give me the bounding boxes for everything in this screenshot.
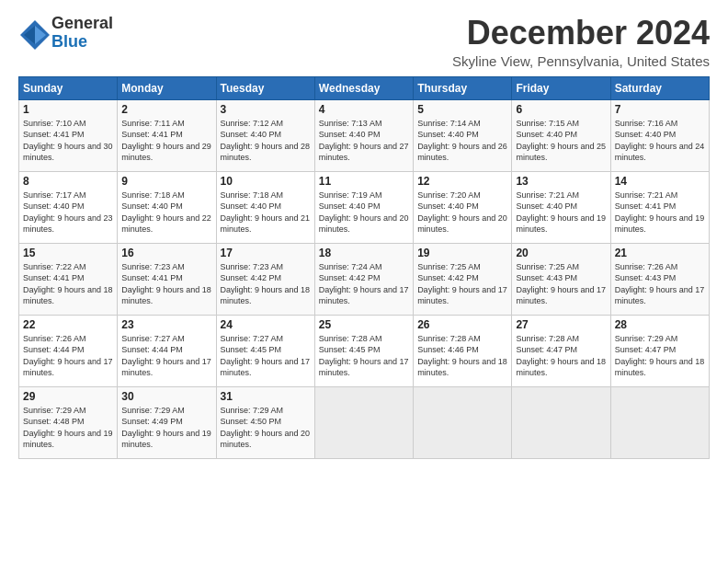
day-number: 16 [121, 247, 211, 259]
day-number: 10 [221, 175, 311, 188]
table-row [512, 386, 610, 458]
table-row: 27Sunrise: 7:28 AMSunset: 4:47 PMDayligh… [512, 315, 610, 386]
table-row: 12Sunrise: 7:20 AMSunset: 4:40 PMDayligh… [414, 171, 512, 243]
day-number: 12 [417, 175, 507, 188]
col-saturday: Saturday [610, 76, 709, 99]
table-row: 17Sunrise: 7:23 AMSunset: 4:42 PMDayligh… [216, 243, 314, 315]
logo-general-label: General [51, 15, 113, 33]
logo: General Blue [18, 15, 113, 52]
day-info: Sunrise: 7:28 AMSunset: 4:45 PMDaylight:… [319, 333, 409, 379]
day-info: Sunrise: 7:26 AMSunset: 4:43 PMDaylight:… [615, 261, 705, 307]
calendar-table: Sunday Monday Tuesday Wednesday Thursday… [18, 76, 710, 459]
header: General Blue December 2024 Skyline View,… [18, 15, 710, 69]
col-friday: Friday [512, 76, 610, 99]
day-info: Sunrise: 7:13 AMSunset: 4:40 PMDaylight:… [319, 118, 409, 164]
day-number: 7 [615, 103, 705, 116]
day-info: Sunrise: 7:18 AMSunset: 4:40 PMDaylight:… [121, 190, 211, 236]
col-tuesday: Tuesday [216, 76, 314, 99]
day-number: 22 [23, 318, 113, 331]
table-row: 2Sunrise: 7:11 AMSunset: 4:41 PMDaylight… [118, 99, 216, 171]
calendar-week-row: 15Sunrise: 7:22 AMSunset: 4:41 PMDayligh… [19, 243, 710, 315]
table-row: 6Sunrise: 7:15 AMSunset: 4:40 PMDaylight… [512, 99, 610, 171]
day-number: 14 [615, 175, 705, 188]
day-number: 28 [615, 318, 705, 331]
day-number: 24 [221, 318, 311, 331]
day-number: 5 [417, 103, 507, 116]
day-number: 1 [23, 103, 113, 116]
day-info: Sunrise: 7:14 AMSunset: 4:40 PMDaylight:… [417, 118, 507, 164]
day-info: Sunrise: 7:16 AMSunset: 4:40 PMDaylight:… [615, 118, 705, 164]
col-wednesday: Wednesday [314, 76, 413, 99]
day-info: Sunrise: 7:12 AMSunset: 4:40 PMDaylight:… [221, 118, 311, 164]
day-number: 19 [417, 247, 507, 259]
logo-blue-label: Blue [51, 33, 113, 52]
table-row: 21Sunrise: 7:26 AMSunset: 4:43 PMDayligh… [610, 243, 709, 315]
table-row [414, 386, 512, 458]
table-row: 11Sunrise: 7:19 AMSunset: 4:40 PMDayligh… [314, 171, 413, 243]
table-row: 5Sunrise: 7:14 AMSunset: 4:40 PMDaylight… [414, 99, 512, 171]
day-number: 18 [319, 247, 409, 259]
day-info: Sunrise: 7:11 AMSunset: 4:41 PMDaylight:… [121, 118, 211, 164]
table-row: 19Sunrise: 7:25 AMSunset: 4:42 PMDayligh… [414, 243, 512, 315]
location-title: Skyline View, Pennsylvania, United State… [452, 53, 710, 69]
day-number: 27 [516, 318, 606, 331]
day-info: Sunrise: 7:24 AMSunset: 4:42 PMDaylight:… [319, 261, 409, 307]
day-info: Sunrise: 7:26 AMSunset: 4:44 PMDaylight:… [23, 333, 113, 379]
col-sunday: Sunday [19, 76, 118, 99]
day-number: 25 [319, 318, 409, 331]
day-info: Sunrise: 7:25 AMSunset: 4:43 PMDaylight:… [516, 261, 606, 307]
day-number: 4 [319, 103, 409, 116]
day-info: Sunrise: 7:23 AMSunset: 4:42 PMDaylight:… [221, 261, 311, 307]
page: General Blue December 2024 Skyline View,… [0, 0, 728, 563]
day-number: 26 [417, 318, 507, 331]
day-number: 15 [23, 247, 113, 259]
calendar-week-row: 29Sunrise: 7:29 AMSunset: 4:48 PMDayligh… [19, 386, 710, 458]
day-number: 29 [23, 390, 113, 403]
day-info: Sunrise: 7:20 AMSunset: 4:40 PMDaylight:… [417, 190, 507, 236]
day-number: 21 [615, 247, 705, 259]
day-info: Sunrise: 7:29 AMSunset: 4:50 PMDaylight:… [221, 405, 311, 451]
col-monday: Monday [118, 76, 216, 99]
day-number: 17 [221, 247, 311, 259]
day-info: Sunrise: 7:10 AMSunset: 4:41 PMDaylight:… [23, 118, 113, 164]
day-info: Sunrise: 7:21 AMSunset: 4:41 PMDaylight:… [615, 190, 705, 236]
table-row: 30Sunrise: 7:29 AMSunset: 4:49 PMDayligh… [118, 386, 216, 458]
day-number: 6 [516, 103, 606, 116]
table-row: 18Sunrise: 7:24 AMSunset: 4:42 PMDayligh… [314, 243, 413, 315]
day-info: Sunrise: 7:22 AMSunset: 4:41 PMDaylight:… [23, 261, 113, 307]
logo-text: General Blue [51, 15, 113, 52]
table-row: 20Sunrise: 7:25 AMSunset: 4:43 PMDayligh… [512, 243, 610, 315]
table-row: 16Sunrise: 7:23 AMSunset: 4:41 PMDayligh… [118, 243, 216, 315]
table-row: 3Sunrise: 7:12 AMSunset: 4:40 PMDaylight… [216, 99, 314, 171]
day-number: 13 [516, 175, 606, 188]
table-row: 23Sunrise: 7:27 AMSunset: 4:44 PMDayligh… [118, 315, 216, 386]
table-row: 4Sunrise: 7:13 AMSunset: 4:40 PMDaylight… [314, 99, 413, 171]
col-thursday: Thursday [414, 76, 512, 99]
table-row: 25Sunrise: 7:28 AMSunset: 4:45 PMDayligh… [314, 315, 413, 386]
day-info: Sunrise: 7:27 AMSunset: 4:44 PMDaylight:… [121, 333, 211, 379]
table-row: 26Sunrise: 7:28 AMSunset: 4:46 PMDayligh… [414, 315, 512, 386]
day-number: 2 [121, 103, 211, 116]
calendar-header-row: Sunday Monday Tuesday Wednesday Thursday… [19, 76, 710, 99]
day-number: 11 [319, 175, 409, 188]
table-row: 8Sunrise: 7:17 AMSunset: 4:40 PMDaylight… [19, 171, 118, 243]
table-row: 14Sunrise: 7:21 AMSunset: 4:41 PMDayligh… [610, 171, 709, 243]
table-row [314, 386, 413, 458]
day-info: Sunrise: 7:29 AMSunset: 4:48 PMDaylight:… [23, 405, 113, 451]
calendar-week-row: 8Sunrise: 7:17 AMSunset: 4:40 PMDaylight… [19, 171, 710, 243]
table-row: 1Sunrise: 7:10 AMSunset: 4:41 PMDaylight… [19, 99, 118, 171]
table-row: 28Sunrise: 7:29 AMSunset: 4:47 PMDayligh… [610, 315, 709, 386]
logo-icon [18, 18, 48, 48]
table-row: 31Sunrise: 7:29 AMSunset: 4:50 PMDayligh… [216, 386, 314, 458]
day-number: 9 [121, 175, 211, 188]
day-number: 31 [221, 390, 311, 403]
day-info: Sunrise: 7:21 AMSunset: 4:40 PMDaylight:… [516, 190, 606, 236]
table-row: 15Sunrise: 7:22 AMSunset: 4:41 PMDayligh… [19, 243, 118, 315]
day-info: Sunrise: 7:25 AMSunset: 4:42 PMDaylight:… [417, 261, 507, 307]
day-info: Sunrise: 7:29 AMSunset: 4:49 PMDaylight:… [121, 405, 211, 451]
day-info: Sunrise: 7:28 AMSunset: 4:47 PMDaylight:… [516, 333, 606, 379]
table-row [610, 386, 709, 458]
day-info: Sunrise: 7:23 AMSunset: 4:41 PMDaylight:… [121, 261, 211, 307]
day-info: Sunrise: 7:28 AMSunset: 4:46 PMDaylight:… [417, 333, 507, 379]
calendar-week-row: 22Sunrise: 7:26 AMSunset: 4:44 PMDayligh… [19, 315, 710, 386]
